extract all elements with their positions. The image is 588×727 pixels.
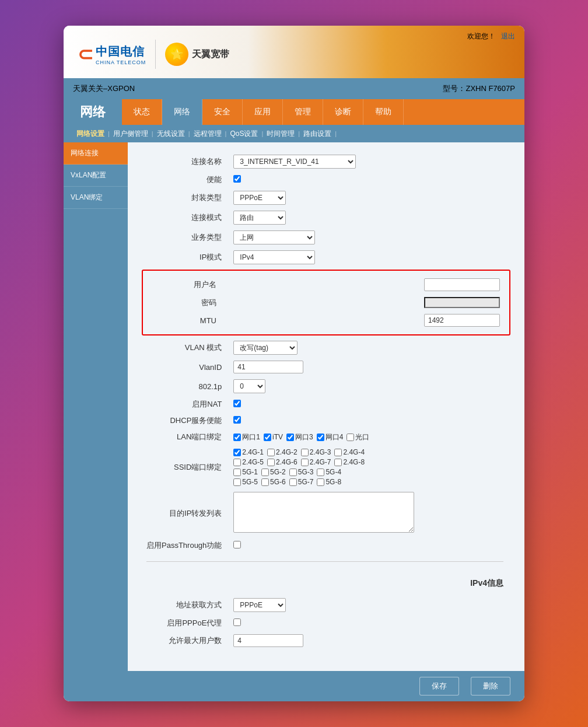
sub-tab-remote[interactable]: 远程管理	[190, 129, 225, 139]
sub-tab-user-management[interactable]: 用户侧管理	[110, 129, 152, 139]
tab-security[interactable]: 安全	[202, 99, 243, 125]
row-lan-bind: LAN端口绑定 网口1 iTV 网口3	[142, 429, 510, 445]
ssid-port-group: 2.4G-1 2.4G-2 2.4G-3 2.4G-4 2.4G-5 2.4G-…	[233, 448, 506, 486]
label-vlan-mode: VLAN 模式	[142, 338, 229, 358]
row-password: 密码	[148, 294, 505, 311]
lan-port-optical-checkbox[interactable]	[346, 434, 354, 441]
nat-checkbox[interactable]	[233, 400, 241, 407]
ssid-2g2-checkbox[interactable]	[267, 449, 275, 456]
sub-tab-network-settings[interactable]: 网络设置	[73, 129, 108, 139]
ssid-2g7: 2.4G-7	[301, 458, 331, 466]
label-addr-method: 地址获取方式	[142, 595, 229, 615]
label-max-users: 允许最大用户数	[142, 631, 229, 650]
ssid-5g6-checkbox[interactable]	[261, 478, 269, 486]
ssid-row3: 5G-1 5G-2 5G-3 5G-4	[233, 468, 506, 476]
ssid-2g3-checkbox[interactable]	[301, 449, 309, 456]
save-button[interactable]: 保存	[419, 677, 459, 695]
row-ssid-bind: SSID端口绑定 2.4G-1 2.4G-2 2.4G-3 2.4G-4	[142, 445, 510, 489]
cell-mtu	[223, 311, 505, 330]
ssid-5g3-checkbox[interactable]	[289, 469, 297, 476]
passthrough-checkbox[interactable]	[233, 541, 241, 548]
footer: 保存 删除	[64, 671, 524, 701]
sub-tab-qos[interactable]: QoS设置	[226, 129, 261, 139]
ssid-2g4-checkbox[interactable]	[334, 449, 342, 456]
label-password: 密码	[148, 294, 223, 311]
sidebar-item-network-connect[interactable]: 网络连接	[64, 142, 128, 165]
vlan-id-input[interactable]	[233, 361, 303, 373]
ssid-5g1-checkbox[interactable]	[233, 469, 241, 476]
dest-ip-textarea[interactable]	[233, 492, 414, 533]
cell-vlan-mode: 改写(tag) 透传 不处理	[229, 338, 510, 358]
tianyi-brand: 🌟 天翼宽带	[165, 43, 229, 66]
ssid-2g3: 2.4G-3	[301, 448, 331, 456]
row-mtu: MTU	[148, 311, 505, 330]
conn-mode-select[interactable]: 路由 桥接	[233, 211, 286, 225]
sub-tab-routing[interactable]: 路由设置	[300, 129, 335, 139]
sidebar-item-vlan[interactable]: VLAN绑定	[64, 187, 128, 209]
delete-button[interactable]: 删除	[471, 677, 510, 695]
ssid-2g1-checkbox[interactable]	[233, 449, 241, 456]
cell-conn-mode: 路由 桥接	[229, 208, 510, 228]
spacing-cell	[142, 650, 510, 662]
vlan-mode-select[interactable]: 改写(tag) 透传 不处理	[233, 341, 298, 355]
ipv4-title-cell: IPv4信息	[142, 569, 510, 595]
ssid-5g5-checkbox[interactable]	[233, 478, 241, 486]
addr-method-select[interactable]: PPPoE 静态IP DHCP	[233, 598, 286, 612]
ssid-5g4-checkbox[interactable]	[317, 469, 324, 476]
ssid-5g7-checkbox[interactable]	[289, 478, 297, 486]
ssid-2g2: 2.4G-2	[267, 448, 298, 456]
ssid-5g2: 5G-2	[261, 468, 286, 476]
lan-port-1: 网口1	[233, 432, 260, 442]
lan-port-4-checkbox[interactable]	[317, 434, 324, 441]
ssid-5g8-checkbox[interactable]	[317, 478, 324, 486]
ip-mode-select[interactable]: IPv4 IPv6 IPv4/IPv6	[233, 250, 315, 264]
max-users-input[interactable]	[233, 634, 303, 647]
ssid-2g6-checkbox[interactable]	[267, 459, 275, 466]
tab-management[interactable]: 管理	[283, 99, 323, 125]
sub-tab-time[interactable]: 时间管理	[263, 129, 298, 139]
lan-port-itv-checkbox[interactable]	[264, 434, 271, 441]
encap-select[interactable]: PPPoE IPoE	[233, 191, 286, 205]
header-right: 欢迎您！ 退出	[467, 32, 515, 41]
sub-tab-wireless[interactable]: 无线设置	[153, 129, 188, 139]
pppoe-proxy-checkbox[interactable]	[233, 618, 241, 626]
dhcp-checkbox[interactable]	[233, 416, 241, 424]
credentials-inner-table: 用户名 密码	[148, 275, 505, 330]
ssid-5g2-checkbox[interactable]	[261, 469, 269, 476]
label-nat: 启用NAT	[142, 396, 229, 413]
dot1p-select[interactable]: 0 1 2 3 4 5 6 7	[233, 379, 265, 393]
tab-status[interactable]: 状态	[122, 99, 162, 125]
label-mtu: MTU	[148, 311, 223, 330]
cell-ip-mode: IPv4 IPv6 IPv4/IPv6	[229, 247, 510, 267]
logout-link[interactable]: 退出	[501, 32, 515, 41]
main-window: ⊂ 中国电信 CHINA TELECOM 🌟 天翼宽带 欢迎您！ 退出 天	[64, 26, 524, 701]
ssid-2g8: 2.4G-8	[334, 458, 365, 466]
ssid-2g7-checkbox[interactable]	[301, 459, 309, 466]
ssid-row2: 2.4G-5 2.4G-6 2.4G-7 2.4G-8	[233, 458, 506, 466]
label-enable: 便能	[142, 172, 229, 188]
telecom-en-label: CHINA TELECOM	[96, 60, 146, 65]
connection-name-select[interactable]: 3_INTERNET_R_VID_41	[233, 155, 356, 169]
ssid-2g5-checkbox[interactable]	[233, 459, 241, 466]
sidebar-item-vxlan[interactable]: VxLAN配置	[64, 165, 128, 187]
tab-applications[interactable]: 应用	[243, 99, 283, 125]
ssid-row1: 2.4G-1 2.4G-2 2.4G-3 2.4G-4	[233, 448, 506, 456]
tab-network[interactable]: 网络	[162, 99, 202, 125]
cell-connection-name: 3_INTERNET_R_VID_41	[229, 152, 510, 172]
label-business-type: 业务类型	[142, 228, 229, 247]
ssid-5g3: 5G-3	[289, 468, 314, 476]
tab-diagnostics[interactable]: 诊断	[323, 99, 363, 125]
label-dest-ip: 目的IP转发列表	[142, 489, 229, 537]
tab-help[interactable]: 帮助	[363, 99, 404, 125]
mtu-input[interactable]	[424, 314, 500, 327]
ssid-5g1: 5G-1	[233, 468, 258, 476]
ssid-2g8-checkbox[interactable]	[334, 459, 342, 466]
lan-port-3-checkbox[interactable]	[286, 434, 294, 441]
form-table: 连接名称 3_INTERNET_R_VID_41 便能	[142, 152, 510, 662]
ssid-5g4: 5G-4	[317, 468, 341, 476]
lan-port-1-checkbox[interactable]	[233, 434, 241, 441]
username-input[interactable]	[424, 278, 500, 291]
enable-checkbox[interactable]	[233, 175, 241, 183]
business-type-select[interactable]: 上网 IPTV VoIP	[233, 230, 315, 244]
password-input[interactable]	[424, 297, 500, 308]
